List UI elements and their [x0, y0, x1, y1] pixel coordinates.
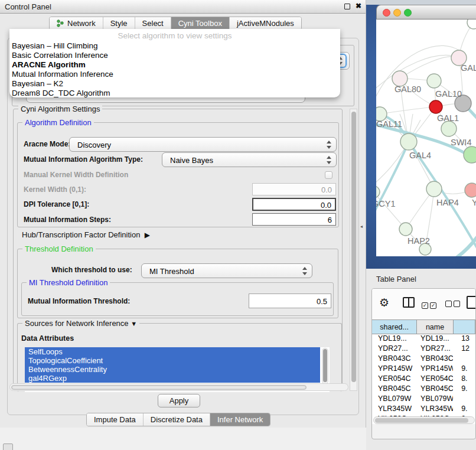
algorithm-option[interactable]: Mutual Information Inference: [12, 70, 338, 79]
node-label: SWI4: [451, 138, 471, 147]
algorithm-dropdown-popup: Select algorithm to view settings Bayesi…: [9, 29, 340, 97]
threshold-definition-group: Threshold Definition Which threshold to …: [17, 249, 338, 318]
network-window-titlebar[interactable]: [376, 5, 476, 19]
table-row[interactable]: YLR345WYLR345W9.: [372, 405, 475, 415]
network-node[interactable]: [467, 19, 476, 29]
network-edge-thick[interactable]: [446, 227, 476, 256]
select-all-checks-icon[interactable]: ✓✓: [422, 299, 438, 309]
collapsed-panel-icon[interactable]: [3, 444, 13, 450]
columns-icon[interactable]: [403, 297, 415, 308]
table-row[interactable]: YER054CYER054C8.: [372, 374, 475, 384]
table-row[interactable]: YBR045CYBR045C9.: [372, 384, 475, 394]
tab-cyni-toolbox[interactable]: Cyni Toolbox: [171, 17, 229, 30]
table-cell: YDR27...: [372, 344, 417, 354]
table-row[interactable]: YDR27...YDR27...12: [372, 344, 475, 354]
settings-vertical-scrollbar[interactable]: [350, 109, 357, 391]
algorithm-option[interactable]: Basic Correlation Inference: [12, 51, 338, 60]
tab-network[interactable]: Network: [50, 17, 103, 30]
algorithm-option[interactable]: ARACNE Algorithm: [12, 60, 338, 70]
tab-label: Network: [67, 19, 96, 28]
deselect-all-checks-icon[interactable]: [445, 299, 462, 309]
control-panel-titlebar: Control Panel ✖: [0, 0, 366, 14]
mi-threshold-field[interactable]: 0.5: [249, 294, 331, 308]
attribute-item[interactable]: SelfLoops: [25, 347, 320, 356]
minimize-traffic-light-icon[interactable]: [393, 9, 401, 17]
tab-label: Infer Network: [217, 415, 263, 424]
network-node[interactable]: [400, 133, 417, 150]
table-cell: YBR043C: [372, 354, 417, 364]
desktop-top-strip: [366, 0, 476, 5]
mi-type-label: Mutual Information Algorithm Type:: [24, 155, 143, 164]
network-node[interactable]: [441, 121, 457, 136]
table-horizontal-scrollbar[interactable]: [373, 416, 475, 424]
table-cell: 13: [453, 334, 475, 344]
sources-toggle[interactable]: Sources for Network Inference ▼: [22, 319, 139, 328]
table-row[interactable]: YBR043CYBR043C: [372, 354, 475, 364]
hub-definition-toggle[interactable]: Hub/Transcription Factor Definition ▶: [22, 230, 150, 239]
network-node[interactable]: [426, 181, 442, 197]
network-node[interactable]: [465, 183, 476, 197]
tab-impute-data[interactable]: Impute Data: [87, 413, 143, 426]
tab-label: Style: [110, 19, 128, 28]
column-header-shared[interactable]: shared...: [372, 320, 417, 334]
network-node[interactable]: [376, 186, 380, 198]
settings-horizontal-scrollbar[interactable]: [9, 383, 348, 391]
column-header-clipped[interactable]: [454, 320, 475, 334]
tab-select[interactable]: Select: [135, 17, 171, 30]
which-threshold-label: Which threshold to use:: [51, 266, 132, 274]
table-cell: 8.: [453, 374, 475, 384]
algorithm-dropdown-list: Bayesian – Hill ClimbingBasic Correlatio…: [12, 41, 338, 98]
zoom-traffic-light-icon[interactable]: [404, 9, 412, 17]
algorithm-option[interactable]: Bayesian – K2: [12, 79, 338, 89]
mi-steps-label: Mutual Information Steps:: [24, 216, 111, 224]
network-window: GALGAL80GAL10GAL1GAL11SWI4GAL4GCY1HAP4YH…: [376, 5, 476, 256]
gear-icon[interactable]: ⚙: [379, 296, 389, 309]
attr-items: SelfLoopsTopologicalCoefficientBetweenne…: [25, 347, 330, 383]
close-icon[interactable]: ✖: [356, 2, 361, 10]
group-title: Cyni Algorithm Settings: [18, 105, 102, 113]
panel-divider-grip[interactable]: [360, 220, 364, 226]
apply-button[interactable]: Apply: [158, 394, 200, 407]
kernel-width-field[interactable]: 0.0: [252, 183, 336, 195]
which-threshold-combo[interactable]: MI Threshold: [141, 263, 312, 278]
table-panel-title: Table Panel: [376, 275, 416, 283]
table-row[interactable]: YPR145WYPR145W9.: [372, 364, 475, 374]
network-node[interactable]: [464, 146, 476, 163]
list-scrollbar[interactable]: [322, 348, 328, 384]
node-label: GAL10: [435, 89, 462, 99]
which-threshold-value: MI Threshold: [149, 267, 194, 276]
table-cell: YBR043C: [417, 354, 453, 364]
algorithm-option[interactable]: Bayesian – Hill Climbing: [12, 41, 338, 51]
aracne-mode-combo[interactable]: Discovery: [69, 137, 337, 152]
network-node[interactable]: [427, 74, 441, 88]
table-row[interactable]: YDL19...YDL19...13: [372, 334, 475, 344]
dpi-tolerance-field[interactable]: 0.0: [252, 198, 336, 211]
network-edge[interactable]: [380, 107, 436, 114]
tab-style[interactable]: Style: [103, 17, 135, 30]
manual-kernel-checkbox[interactable]: [325, 171, 332, 179]
attribute-item[interactable]: BetweennessCentrality: [25, 365, 320, 374]
panel-function-icon[interactable]: [467, 296, 476, 309]
table-cell: YDL19...: [372, 334, 417, 344]
hub-definition-label: Hub/Transcription Factor Definition: [22, 230, 140, 239]
mi-type-combo[interactable]: Naive Bayes: [162, 152, 337, 167]
tab-jactivemnodules[interactable]: jActiveMNodules: [229, 17, 301, 30]
attribute-item[interactable]: TopologicalCoefficient: [25, 356, 320, 365]
network-canvas[interactable]: GALGAL80GAL10GAL1GAL11SWI4GAL4GCY1HAP4YH…: [376, 19, 476, 256]
tab-discretize-data[interactable]: Discretize Data: [143, 413, 210, 426]
tab-infer-network[interactable]: Infer Network: [210, 413, 270, 426]
mi-steps-field[interactable]: 6: [252, 213, 336, 226]
algorithm-option[interactable]: Dream8 DC_TDC Algorithm: [12, 89, 338, 98]
attribute-item[interactable]: gal4RGexp: [25, 374, 320, 383]
data-attributes-label: Data Attributes: [21, 334, 74, 343]
table-cell: 9.: [453, 405, 475, 415]
float-window-icon[interactable]: [344, 4, 350, 9]
close-traffic-light-icon[interactable]: [383, 9, 390, 17]
table-cell: YLR345W: [417, 405, 453, 415]
network-node[interactable]: [429, 100, 442, 113]
network-node[interactable]: [399, 223, 412, 236]
table-row[interactable]: YBL079WYBL079W: [372, 394, 475, 405]
table-cell: [453, 394, 475, 405]
expand-arrow-icon: ▶: [145, 231, 150, 239]
column-header-name[interactable]: name: [417, 320, 453, 334]
